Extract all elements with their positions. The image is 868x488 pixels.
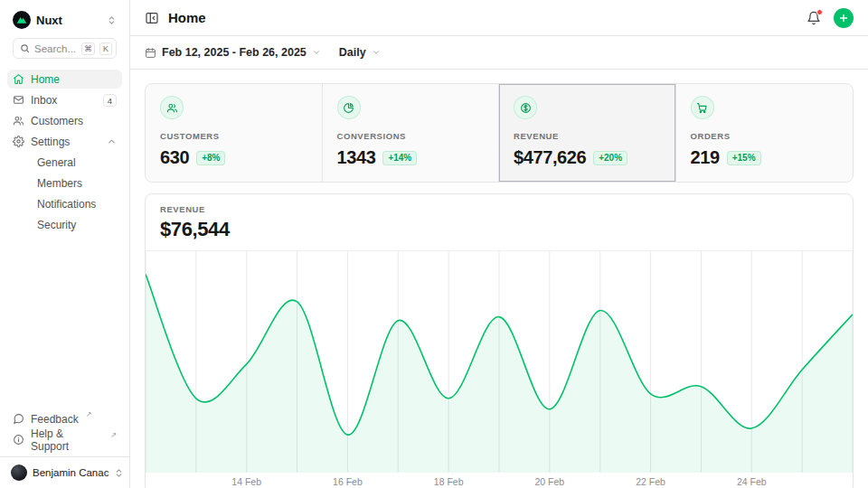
sidebar-item-label: Home [31, 73, 60, 86]
inbox-icon [13, 94, 24, 106]
help-support-link[interactable]: Help & Support ↗ [7, 430, 122, 449]
stat-label: CUSTOMERS [160, 131, 307, 141]
workspace-switcher[interactable]: Nuxt [7, 9, 122, 31]
chart-value: $76,544 [160, 218, 838, 241]
stat-value: 219 [691, 147, 720, 168]
stat-card-revenue[interactable]: REVENUE $477,626 +20% [499, 84, 676, 182]
stat-delta-badge: +15% [727, 151, 761, 165]
sidebar-spacer [0, 234, 129, 409]
chevron-up-down-icon [114, 468, 124, 478]
cart-icon [691, 96, 714, 119]
kbd-k: K [99, 42, 112, 55]
sidebar-nav: Home Inbox 4 Customers Settings General … [0, 66, 129, 234]
stat-value: 630 [160, 147, 189, 168]
help-support-label: Help & Support [31, 427, 103, 453]
external-link-icon: ↗ [110, 430, 117, 442]
x-axis-tick: 20 Feb [534, 476, 564, 487]
user-menu[interactable]: Benjamin Canac [7, 463, 122, 483]
x-axis-tick: 16 Feb [333, 476, 363, 487]
chevron-up-icon [107, 136, 117, 146]
sidebar-item-security[interactable]: Security [7, 215, 122, 234]
notifications-button[interactable] [807, 11, 821, 25]
date-range-value: Feb 12, 2025 - Feb 26, 2025 [162, 46, 307, 59]
stat-value: 1343 [337, 147, 376, 168]
sidebar-item-label: Settings [31, 136, 70, 148]
users-icon [13, 115, 24, 127]
filters-toolbar: Feb 12, 2025 - Feb 26, 2025 Daily [130, 36, 868, 70]
x-axis-tick: 14 Feb [231, 476, 261, 487]
info-circle-icon [13, 434, 24, 446]
chevron-down-icon [372, 48, 381, 57]
stat-label: REVENUE [514, 131, 661, 141]
users-icon [160, 96, 184, 119]
chart-label: REVENUE [160, 204, 838, 214]
sidebar: Nuxt ⌘ K Home Inbox 4 [0, 0, 130, 488]
feedback-label: Feedback [31, 413, 79, 426]
inbox-count-badge: 4 [103, 94, 117, 107]
main-area: Home Feb 12, 2025 - Feb 26, 2025 Daily [130, 0, 868, 488]
x-axis-tick: 24 Feb [737, 476, 767, 487]
stats-row: CUSTOMERS 630 +8% CONVERSIONS 1343 +14% [145, 83, 854, 183]
stat-delta-badge: +14% [382, 151, 417, 165]
date-range-picker[interactable]: Feb 12, 2025 - Feb 26, 2025 [145, 46, 321, 59]
page-title: Home [168, 10, 206, 25]
sidebar-item-label: Inbox [31, 94, 57, 107]
chart-svg [146, 251, 853, 473]
chart-x-axis: 14 Feb16 Feb18 Feb20 Feb22 Feb24 Feb [146, 473, 853, 488]
revenue-chart-card: REVENUE $76,544 14 Feb16 Feb18 Feb20 Feb… [145, 193, 854, 488]
stat-delta-badge: +20% [593, 151, 627, 165]
search-field[interactable] [34, 43, 77, 54]
kbd-meta: ⌘ [81, 42, 95, 55]
user-section: Benjamin Canac [0, 456, 129, 488]
calendar-icon [145, 47, 156, 59]
circle-dollar-icon [514, 96, 537, 119]
message-bubble-icon [13, 413, 24, 425]
nuxt-logo-icon [13, 11, 31, 29]
header-actions [807, 8, 854, 28]
period-select[interactable]: Daily [339, 46, 381, 59]
avatar [11, 465, 27, 481]
chevron-down-icon [312, 48, 321, 57]
sidebar-item-home[interactable]: Home [7, 70, 122, 89]
stat-card-orders[interactable]: ORDERS 219 +15% [676, 84, 854, 182]
user-name: Benjamin Canac [33, 467, 108, 478]
collapse-sidebar-button[interactable] [145, 11, 159, 25]
workspace-name: Nuxt [36, 14, 62, 27]
sidebar-item-general[interactable]: General [7, 153, 122, 172]
sidebar-item-customers[interactable]: Customers [7, 111, 122, 130]
chart-pie-icon [337, 96, 361, 119]
main-header: Home [130, 0, 868, 36]
search-icon [20, 43, 30, 53]
x-axis-tick: 18 Feb [434, 476, 464, 487]
sidebar-item-members[interactable]: Members [7, 174, 122, 192]
x-axis-tick: 22 Feb [636, 476, 665, 487]
stat-card-customers[interactable]: CUSTOMERS 630 +8% [146, 84, 323, 182]
stat-label: ORDERS [691, 131, 839, 141]
sidebar-item-notifications[interactable]: Notifications [7, 194, 122, 213]
sidebar-footer: Feedback ↗ Help & Support ↗ [0, 409, 129, 456]
stat-value: $477,626 [514, 147, 586, 168]
add-button[interactable] [834, 8, 854, 28]
notification-dot [816, 9, 823, 15]
external-link-icon: ↗ [86, 409, 92, 421]
stat-delta-badge: +8% [196, 151, 225, 165]
period-value: Daily [339, 46, 366, 59]
chevron-up-down-icon [107, 15, 117, 25]
revenue-area-chart[interactable] [146, 251, 853, 473]
stat-label: CONVERSIONS [337, 131, 485, 141]
search-input[interactable]: ⌘ K [13, 38, 117, 59]
chart-header: REVENUE $76,544 [146, 194, 853, 251]
stat-card-conversions[interactable]: CONVERSIONS 1343 +14% [323, 84, 500, 182]
dashboard-content: CUSTOMERS 630 +8% CONVERSIONS 1343 +14% [130, 70, 868, 488]
home-icon [13, 73, 24, 85]
feedback-link[interactable]: Feedback ↗ [7, 409, 122, 428]
sidebar-item-label: Customers [31, 115, 83, 127]
sidebar-item-settings[interactable]: Settings [7, 132, 122, 151]
sidebar-item-inbox[interactable]: Inbox 4 [7, 90, 122, 109]
gear-icon [13, 136, 24, 147]
